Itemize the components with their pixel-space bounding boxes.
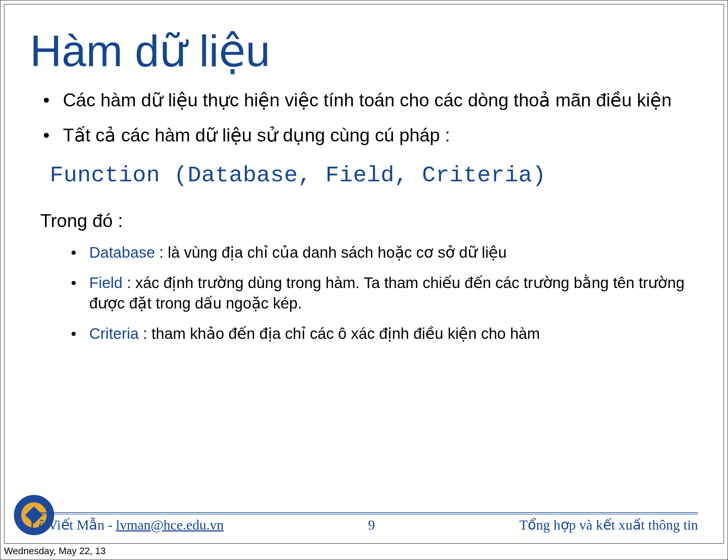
export-date: Wednesday, May 22, 13 [4,545,106,557]
slide-title: Hàm dữ liệu [30,26,698,76]
author-name: Lê Viết Mẫn - [30,517,116,533]
slide-footer: Lê Viết Mẫn - lvman@hce.edu.vn 9 Tổng hợ… [30,512,698,533]
slide: Hàm dữ liệu Các hàm dữ liệu thực hiện vi… [4,4,724,544]
author: Lê Viết Mẫn - lvman@hce.edu.vn [30,517,224,533]
param-item: Criteria : tham khảo đến địa chỉ các ô x… [89,323,698,344]
param-item: Field : xác định trường dùng trong hàm. … [89,273,698,314]
author-email: lvman@hce.edu.vn [116,517,224,533]
param-keyword: Field [89,274,122,291]
code-syntax: Function (Database, Field, Criteria) [50,162,698,188]
bullet-item: Các hàm dữ liệu thực hiện việc tính toán… [63,88,698,112]
param-keyword: Criteria [89,325,139,342]
page-number: 9 [368,517,375,533]
footer-row: Lê Viết Mẫn - lvman@hce.edu.vn 9 Tổng hợ… [30,515,698,533]
param-list: Database : là vùng địa chỉ của danh sách… [30,242,698,344]
param-text: : xác định trường dùng trong hàm. Ta tha… [89,274,684,312]
bullet-item: Tất cả các hàm dữ liệu sử dụng cùng cú p… [63,124,698,147]
param-text: : tham khảo đến địa chỉ các ô xác định đ… [139,325,540,342]
param-item: Database : là vùng địa chỉ của danh sách… [89,242,698,263]
param-keyword: Database [89,244,155,261]
subsection-label: Trong đó : [40,210,698,231]
param-text: : là vùng địa chỉ của danh sách hoặc cơ … [155,244,507,261]
page: Hàm dữ liệu Các hàm dữ liệu thực hiện vi… [0,0,728,560]
footer-subject: Tổng hợp và kết xuất thông tin [519,517,698,533]
main-bullet-list: Các hàm dữ liệu thực hiện việc tính toán… [30,88,698,147]
